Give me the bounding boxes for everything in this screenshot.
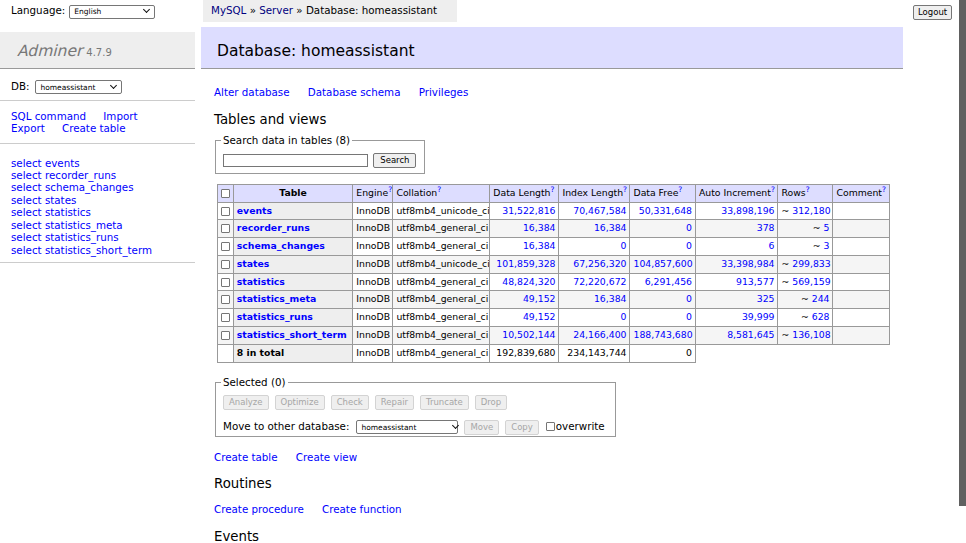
- data-free-link[interactable]: 0: [686, 293, 692, 304]
- language-select[interactable]: English: [69, 5, 155, 19]
- data-length-link[interactable]: 49,152: [523, 293, 556, 304]
- search-input[interactable]: [223, 154, 368, 167]
- help-link[interactable]: ?: [551, 185, 555, 194]
- table-link-statistics[interactable]: statistics: [45, 206, 91, 218]
- auto-increment-link[interactable]: 8,581,645: [727, 329, 774, 340]
- rows-count-link[interactable]: 299,833: [792, 258, 830, 269]
- help-link[interactable]: ?: [388, 185, 392, 194]
- optimize-button[interactable]: [275, 395, 325, 410]
- row-checkbox-events[interactable]: [221, 207, 230, 216]
- table-name-link-statistics[interactable]: statistics: [237, 276, 285, 287]
- select-link-statistics_runs[interactable]: select: [11, 231, 42, 243]
- index-length-link[interactable]: 24,166,400: [573, 329, 626, 340]
- data-free-link[interactable]: 50,331,648: [639, 205, 692, 216]
- table-name-link-recorder_runs[interactable]: recorder_runs: [237, 222, 310, 233]
- help-link[interactable]: ?: [623, 185, 627, 194]
- table-link-recorder_runs[interactable]: recorder_runs: [45, 169, 116, 181]
- truncate-button[interactable]: [420, 395, 469, 410]
- select-link-statistics[interactable]: select: [11, 206, 42, 218]
- db-select[interactable]: homeassistant: [35, 80, 122, 94]
- table-link-states[interactable]: states: [45, 194, 76, 206]
- index-length-link[interactable]: 0: [621, 311, 627, 322]
- action-link-privileges[interactable]: Privileges: [419, 86, 469, 98]
- auto-increment-link[interactable]: 39,999: [742, 311, 775, 322]
- move-db-select[interactable]: homeassistant: [356, 420, 458, 434]
- row-checkbox-statistics_runs[interactable]: [221, 313, 230, 322]
- table-name-link-statistics_runs[interactable]: statistics_runs: [237, 311, 313, 322]
- index-length-link[interactable]: 16,384: [594, 222, 627, 233]
- rows-count-link[interactable]: 5: [824, 222, 830, 233]
- search-button[interactable]: [373, 153, 416, 168]
- table-name-link-events[interactable]: events: [237, 205, 272, 216]
- rows-count-link[interactable]: 628: [812, 311, 830, 322]
- index-length-link[interactable]: 72,220,672: [573, 276, 626, 287]
- data-length-link[interactable]: 49,152: [523, 311, 556, 322]
- adminer-logo-link[interactable]: Adminer: [17, 42, 82, 60]
- auto-increment-link[interactable]: 378: [757, 222, 775, 233]
- auto-increment-link[interactable]: 913,577: [736, 276, 774, 287]
- data-length-link[interactable]: 31,522,816: [502, 205, 555, 216]
- create-procedure-link[interactable]: Create procedure: [214, 503, 304, 515]
- index-length-link[interactable]: 0: [621, 240, 627, 251]
- table-name-link-statistics_short_term[interactable]: statistics_short_term: [237, 329, 347, 340]
- index-length-link[interactable]: 67,256,320: [573, 258, 626, 269]
- table-name-link-schema_changes[interactable]: schema_changes: [237, 240, 325, 251]
- data-free-link[interactable]: 0: [686, 222, 692, 233]
- data-free-link[interactable]: 0: [686, 240, 692, 251]
- rows-count-link[interactable]: 244: [812, 293, 830, 304]
- index-length-link[interactable]: 70,467,584: [573, 205, 626, 216]
- index-length-link[interactable]: 16,384: [594, 293, 627, 304]
- data-length-link[interactable]: 48,824,320: [502, 276, 555, 287]
- repair-button[interactable]: [375, 395, 414, 410]
- help-link[interactable]: ?: [771, 185, 775, 194]
- data-length-link[interactable]: 16,384: [523, 222, 556, 233]
- select-link-schema_changes[interactable]: select: [11, 181, 42, 193]
- table-link-statistics_short_term[interactable]: statistics_short_term: [45, 244, 152, 256]
- help-link[interactable]: ?: [437, 185, 441, 194]
- rows-count-link[interactable]: 312,180: [792, 205, 830, 216]
- data-length-link[interactable]: 16,384: [523, 240, 556, 251]
- create-function-link[interactable]: Create function: [322, 503, 402, 515]
- help-link[interactable]: ?: [882, 185, 886, 194]
- data-length-link[interactable]: 101,859,328: [496, 258, 555, 269]
- create-table-link[interactable]: Create table: [214, 451, 278, 463]
- table-link-statistics_runs[interactable]: statistics_runs: [45, 231, 119, 243]
- action-link-database-schema[interactable]: Database schema: [308, 86, 401, 98]
- sidebar-link-sql-command[interactable]: SQL command: [11, 110, 86, 122]
- row-checkbox-states[interactable]: [221, 260, 230, 269]
- check-button[interactable]: [331, 395, 369, 410]
- table-link-schema_changes[interactable]: schema_changes: [45, 181, 134, 193]
- row-checkbox-statistics_meta[interactable]: [221, 295, 230, 304]
- copy-button[interactable]: [505, 420, 539, 435]
- select-link-statistics_meta[interactable]: select: [11, 219, 42, 231]
- action-link-alter-database[interactable]: Alter database: [214, 86, 290, 98]
- data-length-link[interactable]: 10,502,144: [502, 329, 555, 340]
- row-checkbox-schema_changes[interactable]: [221, 242, 230, 251]
- select-link-events[interactable]: select: [11, 157, 42, 169]
- table-name-link-states[interactable]: states: [237, 258, 270, 269]
- auto-increment-link[interactable]: 6: [769, 240, 775, 251]
- scrollbar-thumb[interactable]: [959, 0, 966, 506]
- select-link-states[interactable]: select: [11, 194, 42, 206]
- auto-increment-link[interactable]: 33,398,984: [721, 258, 774, 269]
- table-name-link-statistics_meta[interactable]: statistics_meta: [237, 293, 316, 304]
- select-link-recorder_runs[interactable]: select: [11, 169, 42, 181]
- data-free-link[interactable]: 188,743,680: [633, 329, 692, 340]
- sidebar-link-import[interactable]: Import: [103, 110, 137, 122]
- analyze-button[interactable]: [223, 395, 269, 410]
- row-checkbox-statistics_short_term[interactable]: [221, 331, 230, 340]
- table-link-events[interactable]: events: [45, 157, 80, 169]
- rows-count-link[interactable]: 569,159: [792, 276, 830, 287]
- row-checkbox-recorder_runs[interactable]: [221, 224, 230, 233]
- drop-button[interactable]: [475, 395, 507, 410]
- overwrite-checkbox[interactable]: [546, 422, 555, 431]
- rows-count-link[interactable]: 136,108: [792, 329, 830, 340]
- sidebar-link-export[interactable]: Export: [11, 122, 45, 134]
- rows-count-link[interactable]: 3: [824, 240, 830, 251]
- scrollbar[interactable]: [959, 0, 966, 543]
- data-free-link[interactable]: 0: [686, 311, 692, 322]
- row-checkbox-statistics[interactable]: [221, 278, 230, 287]
- move-button[interactable]: [464, 420, 499, 435]
- auto-increment-link[interactable]: 33,898,196: [721, 205, 774, 216]
- data-free-link[interactable]: 6,291,456: [645, 276, 692, 287]
